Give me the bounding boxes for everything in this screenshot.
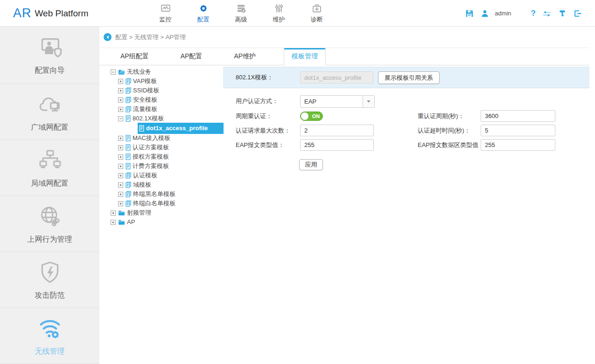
sidebar-item-config-wizard[interactable]: 配置向导 (0, 27, 99, 84)
tree-node-vap-template[interactable]: VAP模板 (111, 77, 225, 86)
switch-language-icon[interactable] (543, 9, 551, 18)
expand-icon[interactable] (118, 173, 123, 178)
tree-node-security-template[interactable]: 安全模板 (111, 95, 225, 105)
reauth-label: 周期重认证： (236, 110, 272, 122)
profile-name-label: 802.1X模板： (236, 67, 273, 88)
nav-item-monitor[interactable]: 监控 (147, 0, 184, 27)
nav-label: 诊断 (311, 15, 323, 24)
tree-node-mac-access-template[interactable]: MAC接入模板 (111, 133, 225, 143)
collapse-icon[interactable] (118, 116, 123, 121)
expand-icon[interactable] (111, 210, 116, 216)
nav-item-diagnosis[interactable]: 诊断 (298, 0, 336, 27)
expand-icon[interactable] (111, 220, 116, 225)
wan-config-icon (37, 91, 63, 118)
user-area: admin ? (458, 0, 582, 27)
nav-label: 监控 (160, 15, 172, 24)
template-doc-icon (139, 125, 144, 132)
sidebar-item-wan-config[interactable]: 广域网配置 (0, 84, 99, 140)
breadcrumb: 配置 > 无线管理 > AP管理 (115, 33, 186, 42)
back-icon[interactable] (104, 33, 112, 41)
template-doc-icon (126, 135, 131, 141)
auth-timeout-input[interactable] (481, 125, 555, 136)
sidebar-item-wireless[interactable]: 无线管理 (0, 308, 99, 364)
sidebar-item-lan-config[interactable]: 局域网配置 (0, 140, 99, 196)
tree-node-ap[interactable]: AP (111, 217, 225, 227)
tree-node-label: 授权方案模板 (133, 152, 169, 161)
tree-node-auth-scheme-template[interactable]: 认证方案模板 (111, 143, 225, 152)
save-icon[interactable] (465, 9, 474, 18)
reauth-toggle[interactable]: ON (300, 112, 323, 121)
help-icon[interactable]: ? (531, 9, 536, 18)
tree-node-label: VAP模板 (133, 77, 157, 86)
tree-node-dot1x-template[interactable]: 802.1X模板 (111, 114, 225, 123)
tree-node-label: 射频管理 (127, 208, 151, 217)
expand-icon[interactable] (118, 192, 123, 197)
form-row-eap-type: EAP报文类型值： EAP报文数据区类型值： (223, 139, 589, 151)
reauth-period-label: 重认证周期(秒)： (418, 110, 464, 122)
nav-item-config[interactable]: 配置 (184, 0, 222, 27)
nav-item-advanced[interactable]: 高级 (222, 0, 260, 27)
brand-text: AR (13, 6, 32, 21)
nav-label: 维护 (273, 15, 285, 24)
eap-type-label: EAP报文类型值： (236, 139, 284, 151)
maintenance-icon (273, 3, 285, 14)
eap-data-type-input[interactable] (481, 139, 555, 151)
template-doc-icon (126, 191, 131, 197)
tree-node-author-scheme-template[interactable]: 授权方案模板 (111, 152, 225, 161)
expand-icon[interactable] (118, 88, 123, 93)
sidebar-label: 无线管理 (35, 347, 65, 357)
expand-icon[interactable] (118, 107, 123, 112)
tree-node-wireless-service[interactable]: 无线业务 (111, 67, 225, 77)
tree-node-traffic-template[interactable]: 流量模板 (111, 105, 225, 114)
tree-node-authentication-template[interactable]: 认证模板 (111, 171, 225, 180)
tree-node-domain-template[interactable]: 域模板 (111, 180, 225, 189)
template-doc-icon (126, 144, 131, 151)
key-icon[interactable] (558, 9, 567, 18)
tree-node-dot1x-access-profile[interactable]: dot1x_access_profile (111, 123, 225, 133)
tree-node-radio-management[interactable]: 射频管理 (111, 208, 225, 217)
tree-node-ssid-template[interactable]: SSID模板 (111, 86, 225, 95)
reauth-period-input[interactable] (481, 110, 555, 122)
expand-icon[interactable] (118, 145, 123, 150)
tree-node-accounting-scheme-template[interactable]: 计费方案模板 (111, 161, 225, 171)
max-requests-input[interactable] (300, 125, 374, 136)
config-wizard-icon (37, 35, 63, 61)
tab-ap-maintenance[interactable]: AP维护 (230, 52, 259, 65)
max-requests-label: 认证请求最大次数： (236, 124, 290, 137)
tree-node-terminal-blacklist-template[interactable]: 终端黑名单模板 (111, 189, 225, 199)
expand-icon[interactable] (118, 79, 123, 84)
expand-icon[interactable] (118, 154, 123, 160)
nav-item-maintenance[interactable]: 维护 (260, 0, 298, 27)
tab-template-management[interactable]: 模板管理 (284, 48, 326, 65)
tree-node-label: 终端白名单模板 (133, 199, 175, 208)
show-template-references-button[interactable]: 展示模板引用关系 (378, 71, 440, 84)
profile-name-input (300, 71, 373, 84)
tree-node-label: 终端黑名单模板 (133, 189, 175, 199)
sidebar-item-online-behavior[interactable]: 上网行为管理 (0, 196, 99, 252)
username-text: admin (495, 10, 511, 17)
tab-ap-config[interactable]: AP配置 (177, 52, 206, 65)
template-doc-icon (126, 87, 131, 94)
eap-type-input[interactable] (300, 139, 374, 151)
expand-icon[interactable] (118, 201, 123, 206)
tree-node-terminal-whitelist-template[interactable]: 终端白名单模板 (111, 199, 225, 208)
apply-button[interactable]: 应用 (299, 159, 323, 170)
chevron-down-icon[interactable] (363, 96, 374, 107)
tab-ap-group-config[interactable]: AP组配置 (117, 52, 153, 65)
auth-mode-select[interactable]: EAP (300, 95, 375, 108)
expand-icon[interactable] (118, 98, 123, 103)
toggle-knob (301, 112, 308, 120)
expand-icon[interactable] (118, 164, 123, 169)
template-doc-icon (126, 163, 131, 169)
user-icon[interactable] (481, 9, 489, 18)
wireless-icon (36, 315, 63, 342)
advanced-icon (236, 3, 247, 14)
expand-icon[interactable] (118, 182, 123, 188)
eap-data-type-label: EAP报文数据区类型值： (418, 139, 484, 151)
sidebar-item-attack-defense[interactable]: 攻击防范 (0, 252, 99, 308)
logout-icon[interactable] (574, 9, 582, 18)
attack-defense-icon (37, 259, 63, 286)
collapse-icon[interactable] (111, 70, 116, 75)
sidebar-label: 局域网配置 (31, 179, 69, 189)
expand-icon[interactable] (118, 136, 123, 141)
